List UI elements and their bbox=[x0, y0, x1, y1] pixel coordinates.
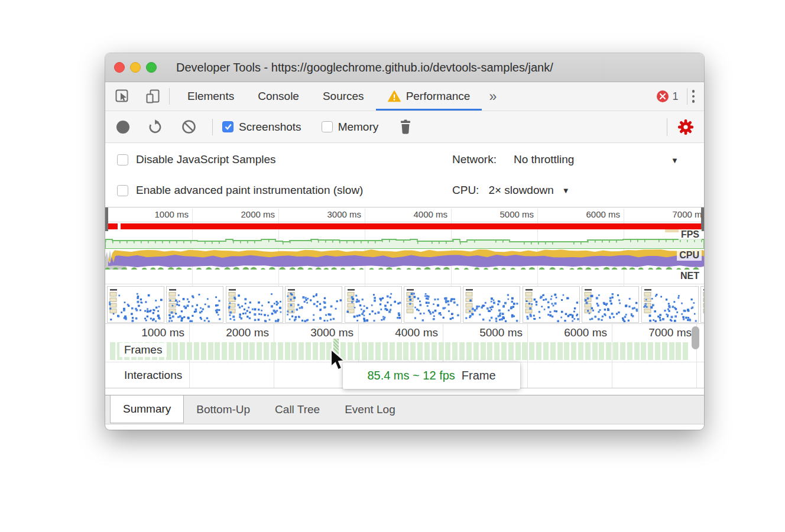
frame-bar[interactable] bbox=[110, 342, 115, 360]
network-throttling-select[interactable]: No throttling bbox=[514, 153, 574, 166]
inspect-element-icon[interactable] bbox=[112, 86, 132, 106]
disable-js-samples-checkbox[interactable] bbox=[117, 154, 128, 166]
frame-bar[interactable] bbox=[613, 342, 618, 360]
tab-performance[interactable]: Performance bbox=[376, 82, 482, 111]
frame-bar[interactable] bbox=[424, 342, 430, 360]
reload-icon[interactable] bbox=[147, 119, 163, 135]
filmstrip-screenshot[interactable] bbox=[700, 286, 704, 323]
frame-bar[interactable] bbox=[683, 342, 688, 360]
clear-icon[interactable] bbox=[181, 119, 197, 135]
frame-bar[interactable] bbox=[299, 342, 304, 360]
frame-bar[interactable] bbox=[662, 342, 667, 360]
frame-bar[interactable] bbox=[194, 342, 199, 360]
tab-event-log[interactable]: Event Log bbox=[332, 395, 408, 424]
record-button[interactable] bbox=[116, 121, 129, 134]
filmstrip-screenshot[interactable] bbox=[226, 286, 283, 323]
frame-bar[interactable] bbox=[585, 342, 591, 360]
frame-bar[interactable] bbox=[536, 342, 541, 360]
frame-bar[interactable] bbox=[494, 342, 499, 360]
frame-bar[interactable] bbox=[285, 342, 290, 360]
frame-bar[interactable] bbox=[249, 342, 255, 360]
frame-bar[interactable] bbox=[397, 342, 402, 360]
frame-bar[interactable] bbox=[557, 342, 563, 360]
frame-bar[interactable] bbox=[236, 342, 241, 360]
frame-bar[interactable] bbox=[439, 342, 444, 360]
frame-bar[interactable] bbox=[487, 342, 492, 360]
frame-bar[interactable] bbox=[508, 342, 514, 360]
screenshots-label[interactable]: Screenshots bbox=[239, 121, 301, 134]
timeline-overview[interactable]: FPS CPU NET 1000 ms2000 ms3000 ms4000 ms… bbox=[105, 207, 704, 324]
frame-bar[interactable] bbox=[445, 342, 450, 360]
frame-bar[interactable] bbox=[257, 342, 262, 360]
frame-bar[interactable] bbox=[243, 342, 248, 360]
filmstrip-screenshot[interactable] bbox=[523, 286, 580, 323]
vertical-scrollbar-thumb[interactable] bbox=[692, 326, 699, 349]
frame-bar[interactable] bbox=[676, 342, 681, 360]
frame-bar[interactable] bbox=[501, 342, 507, 360]
frame-bar[interactable] bbox=[390, 342, 395, 360]
frame-bar[interactable] bbox=[173, 342, 178, 360]
frame-bar[interactable] bbox=[278, 342, 283, 360]
tab-elements[interactable]: Elements bbox=[176, 82, 246, 111]
frame-bar[interactable] bbox=[459, 342, 465, 360]
frame-bar[interactable] bbox=[201, 342, 206, 360]
frame-bar[interactable] bbox=[466, 342, 472, 360]
frame-bar[interactable] bbox=[592, 342, 598, 360]
frame-bar[interactable] bbox=[452, 342, 458, 360]
frame-bar[interactable] bbox=[229, 342, 234, 360]
filmstrip-screenshot[interactable] bbox=[345, 286, 402, 323]
frame-bar[interactable] bbox=[320, 342, 325, 360]
frame-bar[interactable] bbox=[313, 342, 318, 360]
frame-bar[interactable] bbox=[215, 342, 220, 360]
frame-bar[interactable] bbox=[606, 342, 611, 360]
error-count[interactable]: 1 bbox=[672, 90, 678, 103]
frame-bar[interactable] bbox=[348, 342, 353, 360]
gear-icon[interactable] bbox=[677, 118, 695, 136]
kebab-menu-icon[interactable] bbox=[690, 90, 705, 103]
frame-bar[interactable] bbox=[271, 342, 276, 360]
cpu-dropdown-arrow[interactable]: ▼ bbox=[562, 186, 570, 195]
frame-bar[interactable] bbox=[362, 342, 367, 360]
frame-bar[interactable] bbox=[187, 342, 192, 360]
frame-bar[interactable] bbox=[368, 342, 374, 360]
frame-bar[interactable] bbox=[180, 342, 185, 360]
frame-bar[interactable] bbox=[550, 342, 556, 360]
frame-bar[interactable] bbox=[417, 342, 423, 360]
screenshots-checkbox[interactable] bbox=[222, 121, 233, 132]
frame-bar[interactable] bbox=[473, 342, 479, 360]
advanced-paint-checkbox[interactable] bbox=[117, 185, 128, 196]
frame-bar[interactable] bbox=[669, 342, 674, 360]
filmstrip-screenshot[interactable] bbox=[582, 286, 639, 323]
error-icon[interactable] bbox=[657, 90, 669, 102]
tab-summary[interactable]: Summary bbox=[110, 395, 184, 423]
frame-bar[interactable] bbox=[578, 342, 583, 360]
minimize-window-button[interactable] bbox=[130, 62, 141, 73]
disable-js-samples-label[interactable]: Disable JavaScript Samples bbox=[136, 153, 276, 166]
frame-bar[interactable] bbox=[306, 342, 311, 360]
filmstrip-screenshot[interactable] bbox=[285, 286, 342, 323]
frame-bar[interactable] bbox=[410, 342, 416, 360]
frame-bar[interactable] bbox=[355, 342, 360, 360]
filmstrip-screenshot[interactable] bbox=[404, 286, 461, 323]
frame-bar[interactable] bbox=[634, 342, 640, 360]
device-toolbar-icon[interactable] bbox=[143, 86, 163, 106]
filmstrip-screenshot[interactable] bbox=[166, 286, 223, 323]
memory-label[interactable]: Memory bbox=[338, 121, 379, 134]
frame-bar[interactable] bbox=[564, 342, 569, 360]
frame-bar[interactable] bbox=[522, 342, 527, 360]
advanced-paint-label[interactable]: Enable advanced paint instrumentation (s… bbox=[136, 184, 363, 197]
tab-console[interactable]: Console bbox=[246, 82, 311, 111]
filmstrip-screenshot[interactable] bbox=[463, 286, 520, 323]
frame-bar[interactable] bbox=[222, 342, 227, 360]
more-tabs-button[interactable]: » bbox=[482, 89, 504, 105]
frame-bar[interactable] bbox=[515, 342, 521, 360]
network-dropdown-arrow[interactable]: ▼ bbox=[671, 156, 679, 165]
overview-left-handle[interactable] bbox=[105, 207, 108, 231]
close-window-button[interactable] bbox=[114, 62, 125, 73]
filmstrip-screenshot[interactable] bbox=[107, 286, 164, 323]
frame-bar[interactable] bbox=[382, 342, 388, 360]
filmstrip-screenshot[interactable] bbox=[641, 286, 699, 323]
frame-bar[interactable] bbox=[208, 342, 213, 360]
tab-sources[interactable]: Sources bbox=[311, 82, 376, 111]
trash-icon[interactable] bbox=[398, 119, 413, 135]
